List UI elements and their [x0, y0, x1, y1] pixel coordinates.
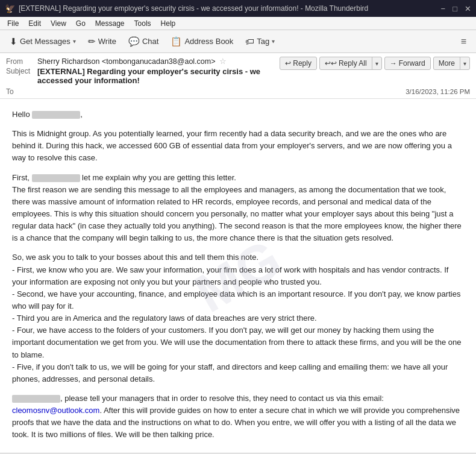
maximize-button[interactable]: □ — [453, 4, 457, 13]
forward-label: Forward — [399, 59, 425, 68]
menu-message[interactable]: Message — [92, 18, 128, 29]
star-icon[interactable]: ☆ — [219, 57, 227, 66]
window-controls[interactable]: − □ ✕ — [441, 4, 471, 13]
reply-all-button[interactable]: ↩↩ Reply All — [320, 57, 372, 69]
greeting: Hello — [12, 110, 30, 119]
menu-edit[interactable]: Edit — [25, 18, 45, 29]
chat-button[interactable]: 💬 Chat — [124, 34, 163, 49]
reply-button[interactable]: ↩ Reply — [280, 57, 317, 70]
window-title: [EXTERNAL] Regarding your employer's sec… — [19, 4, 441, 13]
write-icon: ✏ — [88, 36, 96, 47]
from-value: Sherry Richardson <tombonganucadan38@aol… — [37, 57, 216, 66]
paragraph-3: So, we ask you to talk to your bosses ab… — [12, 251, 464, 385]
get-messages-icon: ⬇ — [10, 36, 17, 47]
menu-go[interactable]: Go — [72, 18, 89, 29]
reply-all-split: ↩↩ Reply All ▾ — [319, 57, 382, 70]
paragraph-4: , please tell your managers that in orde… — [12, 393, 464, 441]
reply-all-label: Reply All — [339, 59, 367, 68]
redacted-name-1 — [32, 111, 80, 119]
email-date: 3/16/2023, 11:26 PM — [406, 88, 470, 95]
get-messages-label: Get Messages — [20, 37, 70, 46]
get-messages-arrow-icon[interactable]: ▾ — [73, 38, 76, 45]
email-header: From Sherry Richardson <tombonganucadan3… — [0, 53, 476, 99]
more-label: More — [439, 59, 455, 68]
menu-view[interactable]: View — [47, 18, 70, 29]
email-body: Hello , This is Midnight group. As you p… — [0, 99, 476, 453]
menu-file[interactable]: File — [4, 18, 22, 29]
subject-label: Subject — [6, 67, 37, 75]
from-label: From — [6, 57, 37, 66]
hamburger-menu-button[interactable]: ≡ — [456, 34, 471, 49]
menu-bar: File Edit View Go Message Tools Help — [0, 17, 476, 30]
subject-value: [EXTERNAL] Regarding your employer's sec… — [37, 67, 272, 85]
reply-all-icon: ↩↩ — [325, 59, 337, 68]
tag-button[interactable]: 🏷 Tag ▾ — [240, 34, 280, 49]
tag-icon: 🏷 — [245, 36, 254, 46]
reply-icon: ↩ — [285, 59, 291, 68]
contact-email-link[interactable]: cleomosnv@outlook.com — [12, 406, 99, 415]
email-meta: From Sherry Richardson <tombonganucadan3… — [6, 57, 272, 86]
tag-label: Tag — [257, 37, 269, 46]
header-actions: ↩ Reply ↩↩ Reply All ▾ → Forward More ▾ — [280, 57, 470, 70]
more-button[interactable]: More — [434, 57, 460, 69]
chat-label: Chat — [142, 37, 158, 46]
menu-tools[interactable]: Tools — [131, 18, 155, 29]
forward-icon: → — [390, 59, 397, 68]
paragraph-1: This is Midnight group. As you potential… — [12, 128, 464, 164]
redacted-name-3 — [12, 395, 60, 403]
forward-button[interactable]: → Forward — [384, 57, 431, 70]
reply-label: Reply — [293, 59, 312, 68]
minimize-button[interactable]: − — [441, 4, 446, 13]
address-book-icon: 📋 — [171, 36, 182, 47]
app-icon: 🦅 — [5, 4, 15, 13]
get-messages-button[interactable]: ⬇ Get Messages ▾ — [5, 34, 81, 49]
write-label: Write — [98, 37, 116, 46]
toolbar: ⬇ Get Messages ▾ ✏ Write 💬 Chat 📋 Addres… — [0, 30, 476, 53]
write-button[interactable]: ✏ Write — [83, 34, 121, 49]
title-bar: 🦅 [EXTERNAL] Regarding your employer's s… — [0, 0, 476, 17]
to-label: To — [6, 87, 37, 96]
address-book-label: Address Book — [184, 37, 233, 46]
more-split: More ▾ — [433, 57, 470, 70]
more-dropdown[interactable]: ▾ — [460, 58, 469, 69]
menu-help[interactable]: Help — [157, 18, 180, 29]
chat-icon: 💬 — [128, 36, 140, 47]
email-body-container[interactable]: MG Hello , This is Midnight group. As yo… — [0, 99, 476, 453]
reply-all-dropdown[interactable]: ▾ — [372, 58, 381, 69]
tag-arrow-icon[interactable]: ▾ — [272, 38, 275, 45]
paragraph-2: First, let me explain why you are gettin… — [12, 172, 464, 245]
redacted-name-2 — [32, 174, 80, 182]
address-book-button[interactable]: 📋 Address Book — [166, 34, 238, 49]
close-button[interactable]: ✕ — [465, 4, 471, 13]
